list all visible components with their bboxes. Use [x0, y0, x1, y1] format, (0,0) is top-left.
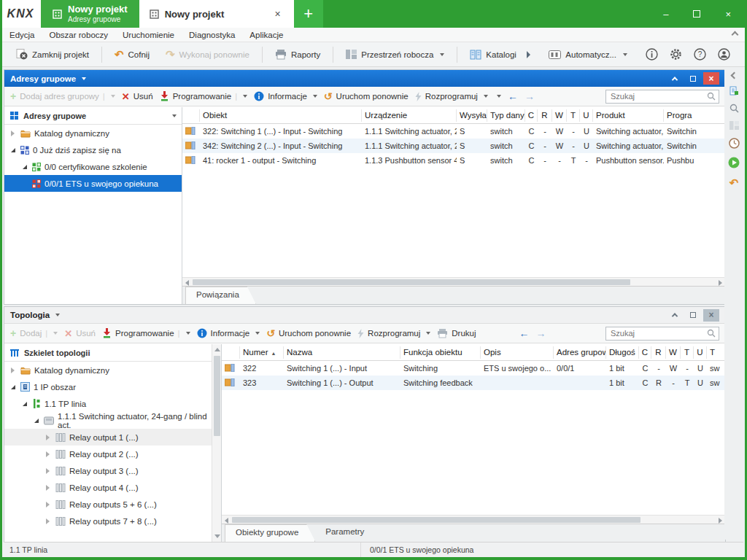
- tree-item-relay-outputs-7-8[interactable]: Relay outputs 7 + 8 (...): [4, 513, 212, 529]
- document-tab[interactable]: Nowy projekt ×: [139, 0, 294, 28]
- column-produkt[interactable]: Produkt: [593, 109, 664, 122]
- tab-obiekty-grupowe[interactable]: Obiekty grupowe: [225, 524, 315, 542]
- column-c[interactable]: C: [525, 109, 538, 122]
- topology-panel-header[interactable]: Topologia ×: [4, 307, 725, 324]
- chevron-right-icon[interactable]: [44, 468, 52, 474]
- unload-button[interactable]: Rozprogramuj: [415, 92, 488, 101]
- delete-button[interactable]: ✕ Usuń: [64, 328, 96, 339]
- column-dlugosc[interactable]: Długoś: [606, 346, 639, 359]
- column-t[interactable]: T: [681, 346, 694, 359]
- chevron-right-icon[interactable]: [44, 485, 52, 491]
- tree-item-relay-output-4[interactable]: Relay output 4 (...): [4, 479, 212, 496]
- column-nazwa[interactable]: Nazwa: [284, 346, 400, 359]
- table-row[interactable]: 41: rocker 1 - output - Switching 1.1.3 …: [182, 153, 725, 168]
- workspace-button[interactable]: Przestrzeń robocza: [339, 46, 451, 63]
- scroll-left-icon[interactable]: [225, 518, 228, 524]
- tree-item-relay-outputs-5-6[interactable]: Relay outputs 5 + 6 (...): [4, 496, 212, 513]
- info-dropdown-button[interactable]: Informacje: [254, 91, 317, 101]
- horizontal-scrollbar[interactable]: [222, 515, 725, 524]
- navigate-forward-button[interactable]: →: [536, 327, 546, 339]
- chevron-right-icon[interactable]: [44, 435, 52, 440]
- column-wysylany[interactable]: Wysyłany: [457, 109, 487, 122]
- undo-button[interactable]: ↶ Cofnij: [108, 44, 156, 65]
- table-row[interactable]: 342: Switching 2 (...) - Input - Switchi…: [182, 139, 725, 153]
- menu-aplikacje[interactable]: Aplikacje: [249, 31, 283, 39]
- collapse-ribbon-icon[interactable]: [732, 31, 739, 39]
- reports-button[interactable]: Raporty: [268, 46, 327, 63]
- panel-close-button[interactable]: ×: [703, 72, 719, 85]
- info-icon[interactable]: [646, 48, 658, 61]
- maximize-button[interactable]: [693, 10, 700, 18]
- tree-header[interactable]: Adresy grupowe: [4, 107, 182, 125]
- navigate-back-button[interactable]: ←: [519, 327, 530, 339]
- column-funkcja[interactable]: Funkcja obiektu: [400, 346, 481, 359]
- scrollbar-thumb[interactable]: [193, 279, 630, 285]
- tree-item-middle-group[interactable]: 0/0 certyfikowane szkolenie: [4, 158, 182, 175]
- active-operations-icon[interactable]: [728, 157, 740, 168]
- more-dropdown-button[interactable]: [495, 95, 501, 98]
- horizontal-scrollbar[interactable]: [182, 277, 725, 286]
- search-box[interactable]: [605, 327, 719, 341]
- gear-icon[interactable]: [670, 48, 682, 61]
- panel-maximize-button[interactable]: [685, 309, 701, 322]
- user-account-icon[interactable]: [718, 48, 730, 61]
- report-icon[interactable]: [729, 86, 739, 96]
- help-icon[interactable]: ?: [694, 48, 706, 61]
- auto-connect-button[interactable]: Automatycz...: [542, 47, 634, 63]
- scroll-right-icon[interactable]: [719, 280, 722, 286]
- chevron-right-icon[interactable]: [9, 131, 17, 136]
- tree-item-device-actuator[interactable]: 1.1.1 Switching actuator, 24-gang / blin…: [4, 412, 212, 429]
- navigate-forward-button[interactable]: →: [525, 90, 535, 102]
- search-input[interactable]: [609, 328, 707, 338]
- new-tab-button[interactable]: +: [294, 0, 323, 28]
- pending-operations-icon[interactable]: [729, 138, 740, 149]
- chevron-right-icon[interactable]: [44, 518, 52, 524]
- chevron-right-icon[interactable]: [9, 368, 17, 373]
- close-window-button[interactable]: ×: [725, 9, 731, 20]
- column-u[interactable]: U: [694, 346, 707, 359]
- download-program-button[interactable]: Programowanie |: [102, 328, 190, 338]
- restart-device-button[interactable]: ↺ Uruchom ponownie: [266, 327, 351, 339]
- tree-item-group-address-selected[interactable]: 0/0/1 ETS u swojego opiekuna: [4, 175, 182, 192]
- chevron-expanded-icon[interactable]: [9, 385, 17, 389]
- tab-powiazania[interactable]: Powiązania: [185, 287, 256, 304]
- search-box[interactable]: [605, 90, 719, 104]
- panel-close-button[interactable]: ×: [703, 309, 719, 322]
- table-row[interactable]: 323 Switching 1 (...) - Output Switching…: [222, 376, 725, 390]
- chevron-right-icon[interactable]: [44, 502, 52, 508]
- vertical-scrollbar[interactable]: [212, 344, 221, 542]
- redo-button[interactable]: ↷ Wykonaj ponownie: [159, 44, 256, 65]
- chevron-down-icon[interactable]: [172, 114, 177, 117]
- tab-parametry[interactable]: Parametry: [315, 524, 380, 542]
- tree-item-ip-area[interactable]: 1 IP obszar: [4, 378, 212, 395]
- history-undo-icon[interactable]: ↶: [729, 176, 739, 190]
- tree-item-main-group[interactable]: 0 Już dziś zapisz się na: [4, 141, 182, 158]
- add-button[interactable]: + Dodaj |: [10, 327, 58, 339]
- column-adres-grupowy[interactable]: Adres grupow: [554, 346, 606, 359]
- panel-collapse-button[interactable]: [667, 72, 683, 85]
- delete-button[interactable]: ✕ Usuń: [122, 91, 153, 102]
- scroll-up-icon[interactable]: [214, 348, 220, 351]
- scroll-down-icon[interactable]: [214, 534, 220, 538]
- chevron-right-icon[interactable]: [44, 451, 52, 457]
- tree-item-relay-output-1[interactable]: Relay output 1 (...): [4, 429, 212, 446]
- column-u[interactable]: U: [580, 109, 593, 122]
- close-tab-icon[interactable]: ×: [271, 8, 283, 20]
- panel-collapse-button[interactable]: [667, 309, 683, 322]
- workspace-panel-icon[interactable]: [729, 121, 739, 130]
- column-urzadzenie[interactable]: Urządzenie: [362, 109, 457, 122]
- column-opis[interactable]: Opis: [481, 346, 554, 359]
- chevron-expanded-icon[interactable]: [32, 419, 40, 423]
- toolbar-overflow-icon[interactable]: [527, 51, 530, 58]
- catalogs-button[interactable]: Katalogi: [463, 46, 523, 63]
- scrollbar-thumb[interactable]: [214, 356, 220, 436]
- restart-device-button[interactable]: ↺ Uruchom ponownie: [324, 90, 409, 102]
- column-program[interactable]: Progra: [664, 109, 725, 122]
- minimize-button[interactable]: –: [663, 9, 668, 20]
- scrollbar-thumb[interactable]: [232, 517, 640, 523]
- tree-header[interactable]: Szkielet topologii: [4, 344, 212, 362]
- column-typ[interactable]: T: [707, 346, 725, 359]
- column-w[interactable]: W: [666, 346, 681, 359]
- tree-item-relay-output-2[interactable]: Relay output 2 (...): [4, 446, 212, 462]
- close-project-button[interactable]: Zamknij projekt: [9, 45, 96, 63]
